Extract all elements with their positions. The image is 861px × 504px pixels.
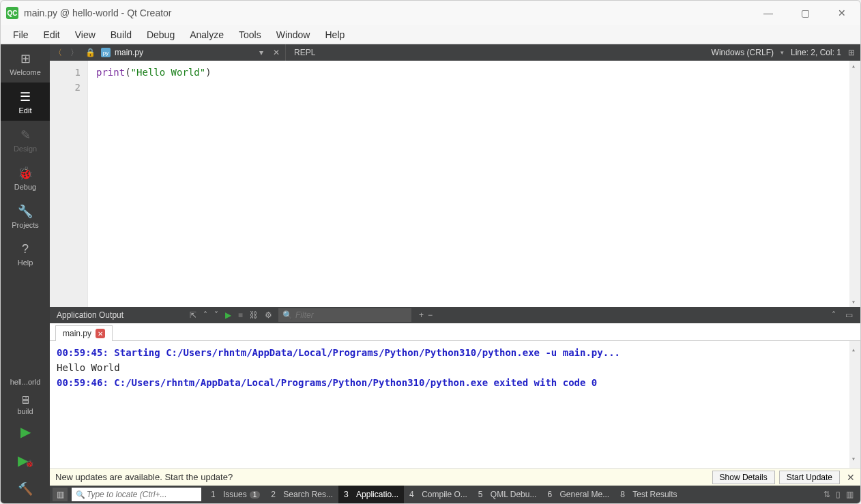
help-icon: ?	[22, 242, 29, 256]
run-button[interactable]: ▶	[1, 417, 50, 446]
remove-output-icon[interactable]: −	[426, 310, 435, 320]
projects-icon: 🔧	[18, 204, 33, 219]
rerun-icon[interactable]: ▶	[223, 310, 233, 320]
start-update-button[interactable]: Start Update	[779, 471, 840, 484]
target-selector[interactable]: 🖥 build	[1, 391, 50, 417]
output-line: 00:59:45: Starting C:/Users/rhntm/AppDat…	[57, 345, 853, 360]
panel-2[interactable]: 2 Search Res...	[265, 486, 338, 503]
close-output-tab-icon[interactable]: ✕	[96, 329, 105, 338]
nav-back-icon[interactable]: 〈	[50, 47, 66, 59]
split-editor-icon[interactable]: ⊞	[848, 48, 855, 57]
debug-icon: 🐞	[18, 166, 33, 181]
output-panel-header: Application Output ⇱ ˄ ˅ ▶ ■ ⛓ ⚙ 🔍 + − ˄	[50, 307, 860, 323]
menu-window[interactable]: Window	[269, 27, 317, 43]
sort-icon[interactable]: ⇅	[823, 490, 830, 499]
menu-file[interactable]: File	[6, 27, 35, 43]
menu-debug[interactable]: Debug	[140, 27, 181, 43]
locator-input[interactable]	[72, 488, 201, 501]
mode-design: ✎Design	[1, 121, 50, 159]
close-file-button[interactable]: ✕	[267, 48, 285, 57]
attach-debugger-icon[interactable]: ⛓	[248, 310, 260, 320]
close-window-button[interactable]: ✕	[832, 8, 852, 18]
scroll-down-icon[interactable]: ▾	[851, 298, 856, 306]
python-file-icon: py	[101, 48, 111, 57]
panel-8[interactable]: 8 Test Results	[615, 486, 682, 503]
mode-welcome[interactable]: ⊞Welcome	[1, 44, 50, 83]
window-title: main.py @ hello-world - Qt Creator	[24, 8, 172, 18]
collapse-panel-icon[interactable]: ˄	[830, 310, 838, 320]
output-filter-input[interactable]	[295, 310, 407, 320]
attach-icon[interactable]: ⇱	[188, 310, 199, 320]
mode-sidebar: ⊞Welcome☰Edit✎Design🐞Debug🔧Projects?Help…	[1, 44, 50, 503]
output-tab-mainpy[interactable]: main.py ✕	[55, 325, 113, 341]
edit-icon: ☰	[20, 89, 31, 104]
menubar: FileEditViewBuildDebugAnalyzeToolsWindow…	[1, 25, 860, 44]
mode-help[interactable]: ?Help	[1, 235, 50, 273]
titlebar: QC main.py @ hello-world - Qt Creator — …	[1, 1, 860, 25]
panel-4[interactable]: 4 Compile O...	[404, 486, 473, 503]
file-tab-bar: 〈 〉 🔒 py main.py ▾ ✕ REPL Windows (CRLF)…	[50, 44, 860, 61]
menu-tools[interactable]: Tools	[232, 27, 268, 43]
output-scrollbar[interactable]: ▴ ▾	[849, 341, 860, 468]
open-file-name[interactable]: main.py	[115, 48, 143, 57]
scroll-up-icon[interactable]: ▴	[851, 342, 856, 357]
repl-tab[interactable]: REPL	[286, 48, 323, 57]
add-output-icon[interactable]: +	[417, 310, 426, 320]
menu-build[interactable]: Build	[104, 27, 138, 43]
close-panel-icon[interactable]: ▭	[843, 310, 855, 320]
panel-6[interactable]: 6 General Me...	[542, 486, 615, 503]
mode-projects[interactable]: 🔧Projects	[1, 197, 50, 235]
menu-view[interactable]: View	[68, 27, 102, 43]
stop-icon[interactable]: ■	[236, 310, 245, 320]
search-icon: 🔍	[282, 310, 293, 320]
output-line: 00:59:46: C:/Users/rhntm/AppData/Local/P…	[57, 375, 853, 390]
editor-scrollbar[interactable]: ▴ ▾	[849, 61, 860, 307]
issues-count-badge: 1	[250, 491, 261, 499]
settings-icon[interactable]: ⚙	[263, 310, 274, 320]
output-line: Hello World	[57, 360, 853, 375]
design-icon: ✎	[20, 128, 31, 143]
panel-5[interactable]: 5 QML Debu...	[473, 486, 542, 503]
toggle-sidebar-icon[interactable]: ▥	[53, 488, 68, 501]
scroll-down-icon[interactable]: ▾	[851, 451, 856, 466]
mode-edit[interactable]: ☰Edit	[1, 83, 50, 121]
menu-analyze[interactable]: Analyze	[183, 27, 231, 43]
close-update-bar-icon[interactable]: ✕	[847, 472, 855, 483]
prev-item-icon[interactable]: ˄	[201, 310, 209, 320]
app-icon: QC	[6, 7, 18, 19]
show-details-button[interactable]: Show Details	[712, 471, 775, 484]
scroll-up-icon[interactable]: ▴	[851, 62, 856, 70]
output-filter-box[interactable]: 🔍	[278, 308, 411, 322]
output-panel-title: Application Output	[50, 310, 130, 320]
next-item-icon[interactable]: ˅	[212, 310, 220, 320]
lock-icon[interactable]: 🔒	[83, 48, 98, 57]
line-ending-selector[interactable]: Windows (CRLF)	[712, 48, 774, 57]
menu-help[interactable]: Help	[318, 27, 351, 43]
kit-selector[interactable]: hell...orld	[1, 375, 50, 391]
line-number-gutter: 12	[50, 61, 88, 307]
minimize-button[interactable]: —	[758, 8, 778, 18]
maximize-button[interactable]: ▢	[795, 8, 815, 18]
code-editor[interactable]: 12 print("Hello World") ▴ ▾	[50, 61, 860, 307]
output-tabs: main.py ✕	[50, 323, 860, 341]
file-dropdown-icon[interactable]: ▾	[255, 48, 267, 57]
toggle-right-sidebar-icon[interactable]: ▥	[846, 490, 853, 499]
panel-1[interactable]: 1 Issues1	[205, 486, 265, 503]
nav-forward-icon[interactable]: 〉	[66, 47, 83, 59]
search-icon: 🔍	[76, 490, 85, 499]
panel-3[interactable]: 3 Applicatio...	[338, 486, 404, 503]
build-button[interactable]: 🔨	[1, 475, 50, 503]
close-output-icon[interactable]: ▯	[836, 490, 841, 499]
run-debug-button[interactable]: ▶🐞	[1, 446, 50, 475]
cursor-position[interactable]: Line: 2, Col: 1	[791, 48, 841, 57]
bottom-bar: ▥ 🔍 1 Issues12 Search Res...3 Applicatio…	[50, 486, 860, 503]
output-body[interactable]: 00:59:45: Starting C:/Users/rhntm/AppDat…	[50, 341, 860, 468]
encoding-dropdown-icon[interactable]: ▾	[780, 49, 784, 56]
mode-debug[interactable]: 🐞Debug	[1, 159, 50, 197]
update-message: New updates are available. Start the upd…	[55, 472, 708, 482]
welcome-icon: ⊞	[20, 51, 31, 66]
update-notification-bar: New updates are available. Start the upd…	[50, 468, 860, 486]
menu-edit[interactable]: Edit	[37, 27, 67, 43]
